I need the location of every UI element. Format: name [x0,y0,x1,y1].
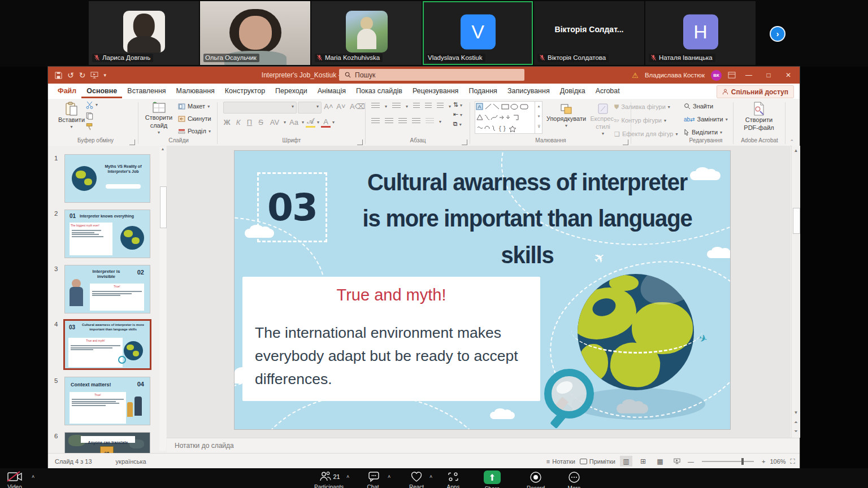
paste-options-carat[interactable]: ▾ [96,102,98,107]
tab-view[interactable]: Подання [463,84,502,98]
zoom-level[interactable]: 106% [770,458,785,465]
bold-button[interactable]: Ж [222,118,232,127]
share-screen-button[interactable]: Share [484,470,501,488]
cut-icon[interactable] [85,101,94,109]
save-icon[interactable] [55,72,62,79]
copy-icon[interactable] [85,112,94,120]
format-painter-icon[interactable] [85,123,94,130]
toggle-comments-button[interactable]: Примітки [580,458,615,465]
underline-button[interactable]: П [245,118,254,127]
video-options-chevron[interactable]: ˄ [32,474,34,480]
account-avatar[interactable]: ВК [711,70,722,81]
slide-thumbnail-2[interactable]: 01 Interpreter knows everything The bigg… [65,210,150,258]
font-name-combo[interactable]: ▾ [223,102,297,114]
participant-tile[interactable]: H Наталя Іваницька [645,1,756,65]
slideshow-view-button[interactable] [671,456,683,467]
slide-number-box[interactable]: 03 [257,172,327,242]
zoom-slider[interactable] [702,461,754,462]
tab-help[interactable]: Довідка [555,84,591,98]
clear-formatting-icon[interactable]: A⌫ [350,102,359,111]
scroll-down-icon[interactable]: ▼ [792,410,800,415]
record-button[interactable]: Record [527,471,545,488]
numbering-icon[interactable] [392,103,401,110]
tab-animations[interactable]: Анімація [313,84,351,98]
slide-thumbnail-4-selected[interactable]: 03 Cultural awarness of interpreter is m… [65,321,150,368]
chat-options-chevron[interactable]: ˄ [388,474,390,480]
account-name[interactable]: Владислава Костюк [645,72,705,79]
select-button[interactable]: Виділити▾ [684,127,728,138]
columns-icon[interactable] [426,118,434,125]
font-size-combo[interactable]: ▾ [298,102,322,114]
section-button[interactable]: Розділ▾ [178,125,211,137]
zoom-in-button[interactable]: + [762,458,765,465]
scroll-up-icon[interactable]: ▲ [159,147,166,151]
tab-recording[interactable]: Записування [502,84,555,98]
language-indicator[interactable]: українська [116,458,146,465]
shapes-gallery[interactable]: A {} ▴▾⊽ [475,101,542,134]
tab-insert[interactable]: Вставлення [122,84,171,98]
slide-thumbnail-1[interactable]: Myths VS Reality of Interpreter's Job [65,155,150,202]
increase-indent-icon[interactable] [425,103,432,110]
participant-tile[interactable]: Вікторія Солдат... Вікторія Солдатова [534,1,644,65]
font-dialog-launcher[interactable] [357,140,363,145]
participants-button[interactable]: 21 Participants [314,471,344,488]
slide-thumbnail-5[interactable]: Context matters! 04 True! [65,377,150,425]
zoom-out-button[interactable]: — [688,458,694,465]
italic-button[interactable]: К [233,118,243,127]
strikethrough-button[interactable]: S [256,118,266,127]
justify-icon[interactable] [412,118,420,125]
paragraph-dialog-launcher[interactable] [462,140,467,145]
drawing-dialog-launcher[interactable] [623,140,628,145]
layout-button[interactable]: Макет▾ [178,101,211,112]
bullets-icon[interactable] [371,103,380,110]
shapes-gallery-scroll[interactable]: ▴▾⊽ [535,101,542,134]
react-options-chevron[interactable]: ˄ [429,474,432,480]
new-slide-button[interactable]: Створити слайд▾ [143,99,175,136]
participant-tile[interactable]: Maria Kozhuhivska [311,1,422,65]
start-slideshow-icon[interactable] [90,72,98,79]
character-spacing-button[interactable]: AV [267,118,282,127]
slide-text-box[interactable]: True and myth! The international environ… [242,277,540,401]
collapse-ribbon-icon[interactable]: ⌃ [789,139,794,145]
search-input[interactable]: Пошук [339,69,524,81]
scrollbar-thumb[interactable] [793,208,800,234]
shape-fill-button[interactable]: ⛊Заливка фігури▾ [614,101,678,112]
participant-tile[interactable]: Лариса Довгань [89,1,199,65]
create-pdf-button[interactable]: Створити PDF-файл [741,99,776,132]
tab-review[interactable]: Рецензування [407,84,463,98]
shrink-font-icon[interactable]: A˅ [336,102,346,111]
smartart-convert-icon[interactable]: ⧉ ▾ [453,120,462,128]
participant-tile[interactable]: Ольга Осаульчик [200,1,310,65]
next-slide-icon[interactable]: ⏷ [792,429,800,434]
arrange-button[interactable]: Упорядкувати▾ [546,100,587,129]
align-text-icon[interactable]: ⇤ ▾ [453,111,462,118]
grow-font-icon[interactable]: A˄ [324,102,333,111]
align-right-icon[interactable] [398,118,407,125]
zoom-slider-thumb[interactable] [741,458,744,465]
minimize-button[interactable]: — [742,71,756,79]
paste-button[interactable]: Вставити▾ [58,99,85,130]
replace-button[interactable]: ab⇄Замінити▾ [684,114,728,125]
participants-options-chevron[interactable]: ˄ [346,474,349,480]
slide-scrollbar[interactable]: ▲ ▼ ⏶ ⏷ [791,146,800,438]
slide-title[interactable]: Cultural awarness of interpreter is more… [329,163,725,273]
text-direction-icon[interactable]: ⇅ ▾ [453,101,462,108]
tab-design[interactable]: Конструктор [220,84,270,98]
react-button[interactable]: React [409,471,424,488]
font-color-button[interactable]: A [321,117,331,128]
tab-slideshow[interactable]: Показ слайдів [351,84,407,98]
warning-icon[interactable]: ⚠ [632,71,639,80]
notes-pane[interactable]: Нотатки до слайда [167,438,800,453]
tab-acrobat[interactable]: Acrobat [591,84,625,98]
toggle-notes-button[interactable]: ≡ Нотатки [546,458,575,465]
participant-tile-active-speaker[interactable]: V Vladyslava Kostiuk [423,1,533,65]
share-document-button[interactable]: Спільний доступ [717,85,794,98]
fit-slide-to-window-button[interactable]: ⛶ [791,457,795,465]
scrollbar-thumb[interactable] [160,186,167,228]
change-case-button[interactable]: Аа [288,118,300,127]
reading-view-button[interactable]: ▦ [654,456,666,467]
scroll-up-icon[interactable]: ▲ [792,146,800,153]
tab-transitions[interactable]: Переходи [270,84,313,98]
chat-button[interactable]: Chat [366,471,380,488]
shape-outline-button[interactable]: ▱Контур фігури▾ [614,115,678,126]
